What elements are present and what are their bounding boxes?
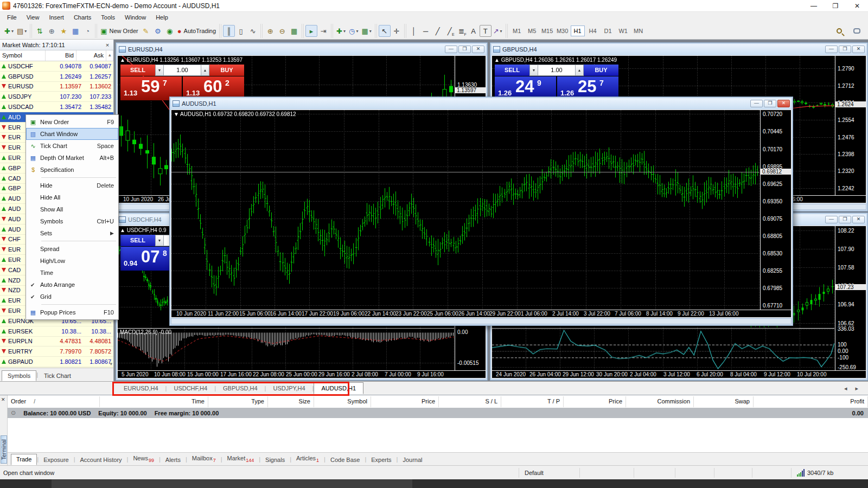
window-close-button[interactable]: ✕ <box>777 100 790 107</box>
context-menu-item-auto-arrange[interactable]: ✔Auto Arrange <box>26 279 118 291</box>
tile-windows-icon[interactable]: ▦ <box>288 25 300 37</box>
new-order-icon[interactable]: ▣New Order <box>99 25 139 37</box>
chart-tab-eurusd-h4[interactable]: EURUSD,H4 <box>117 383 165 394</box>
period-m5-button[interactable]: M5 <box>525 25 539 36</box>
terminal-column-symbol[interactable]: Symbol <box>314 396 371 407</box>
market-watch-close-icon[interactable]: × <box>104 42 111 48</box>
search-icon[interactable] <box>833 25 845 37</box>
period-m30-button[interactable]: M30 <box>556 25 570 36</box>
terminal-column-size[interactable]: Size <box>268 396 314 407</box>
tab-scroll-arrows[interactable]: ◂ ▸ <box>844 385 868 392</box>
terminal-tab-signals[interactable]: Signals <box>260 455 290 465</box>
minimize-button[interactable]: — <box>803 0 825 12</box>
chat-icon[interactable] <box>851 25 863 37</box>
menu-window[interactable]: Window <box>120 13 151 22</box>
terminal-column-order[interactable]: Order/ <box>8 396 100 407</box>
terminal-tab-journal[interactable]: Journal <box>398 455 427 465</box>
terminal-tab-exposure[interactable]: Exposure <box>39 455 73 465</box>
chart-canvas[interactable] <box>171 110 760 310</box>
indicators-icon[interactable]: ✚▾ <box>335 25 347 37</box>
menu-tools[interactable]: Tools <box>96 13 120 22</box>
data-window-icon[interactable]: ⊕ <box>46 25 58 37</box>
chart-tab-audusd-h1[interactable]: AUDUSD,H1 <box>314 382 363 394</box>
new-chart-icon[interactable]: ✚▾ <box>3 25 15 37</box>
context-menu-item-show-all[interactable]: Show All <box>26 203 118 215</box>
context-menu-item-grid[interactable]: ✔Grid <box>26 291 118 303</box>
market-watch-row[interactable]: USDJPY107.230107.233 <box>0 92 113 102</box>
terminal-tab-code-base[interactable]: Code Base <box>326 455 365 465</box>
periods-icon[interactable]: ◷▾ <box>347 25 360 37</box>
context-menu-item-new-order[interactable]: ▣New OrderF9 <box>26 116 118 128</box>
experts-icon[interactable]: ⚙ <box>152 25 164 37</box>
signals-icon[interactable]: ◉ <box>164 25 176 37</box>
candlestick-chart-icon[interactable]: ▯ <box>235 25 247 37</box>
context-menu-item-hide-all[interactable]: Hide All <box>26 191 118 203</box>
buy-button[interactable]: BUY <box>209 65 244 76</box>
volume-up-stepper[interactable]: ▲ <box>575 65 584 76</box>
terminal-column-type[interactable]: Type <box>208 396 268 407</box>
window-minimize-button[interactable]: — <box>825 46 838 53</box>
trendline-icon[interactable]: ╱ <box>432 25 444 37</box>
chart-shift-icon[interactable]: ⇥ <box>317 25 329 37</box>
sell-button[interactable]: SELL <box>120 235 155 246</box>
terminal-tab-account-history[interactable]: Account History <box>75 455 127 465</box>
market-watch-icon[interactable]: ⇅ <box>34 25 46 37</box>
window-audusd-h1[interactable]: AUDUSD,H1 — ❐ ✕ 0.707200.704450.701700.6… <box>169 97 793 326</box>
volume-down-stepper[interactable]: ▼ <box>155 235 164 246</box>
terminal-icon[interactable]: ▦ <box>69 25 81 37</box>
period-m1-button[interactable]: M1 <box>510 25 524 36</box>
terminal-tab-news[interactable]: News99 <box>128 453 159 465</box>
context-menu-item-symbols[interactable]: SymbolsCtrl+U <box>26 215 118 227</box>
market-watch-row[interactable]: GBPUSD1.262491.26257 <box>0 72 113 82</box>
zoom-out-icon[interactable]: ⊖ <box>276 25 288 37</box>
navigator-icon[interactable]: ★ <box>58 25 69 37</box>
menu-file[interactable]: File <box>2 13 22 22</box>
context-menu-item-specification[interactable]: $Specification <box>26 164 118 176</box>
window-close-button[interactable]: ✕ <box>472 46 484 53</box>
volume-up-stepper[interactable]: ▲ <box>201 65 209 76</box>
window-minimize-button[interactable]: — <box>750 100 763 107</box>
fibonacci-icon[interactable]: ≣F <box>456 25 468 37</box>
context-menu-item-chart-window[interactable]: ▥Chart Window <box>26 128 118 140</box>
period-m15-button[interactable]: M15 <box>540 25 554 36</box>
close-button[interactable]: ✕ <box>846 0 868 12</box>
vertical-line-icon[interactable]: │ <box>408 25 420 37</box>
period-h1-button[interactable]: H1 <box>571 25 585 36</box>
chart-area-audusd[interactable]: 0.707200.704450.701700.698950.696250.693… <box>171 110 792 318</box>
scroll-up-icon[interactable]: ▴ <box>106 50 113 61</box>
window-titlebar[interactable]: EURUSD,H4 — ❐ ✕ <box>117 44 486 55</box>
terminal-column-sl[interactable]: S / L <box>439 396 501 407</box>
column-symbol[interactable]: Symbol <box>0 50 46 61</box>
terminal-tab-market[interactable]: Market144 <box>222 453 259 465</box>
arrows-icon[interactable]: ↗▾ <box>492 25 504 37</box>
templates-icon[interactable]: ▦▾ <box>360 25 373 37</box>
window-titlebar[interactable]: GBPUSD,H4 — ❐ ✕ <box>492 44 866 55</box>
zoom-in-icon[interactable]: ⊕ <box>264 25 276 37</box>
menu-view[interactable]: View <box>22 13 44 22</box>
terminal-column-price[interactable]: Price <box>564 396 626 407</box>
terminal-column-profit[interactable]: Profit <box>754 396 868 407</box>
status-profile[interactable]: Default <box>519 468 579 478</box>
market-watch-row[interactable]: EURSEK10.38...10.38... <box>0 326 113 337</box>
strategy-tester-icon[interactable]: ◔ <box>81 25 93 37</box>
volume-field[interactable]: 1.00 <box>538 65 575 76</box>
column-ask[interactable]: Ask <box>76 50 106 61</box>
context-menu-item-tick-chart[interactable]: ∿Tick ChartSpace <box>26 140 118 152</box>
context-menu-item-high/low[interactable]: High/Low <box>26 255 118 267</box>
context-menu-item-popup-prices[interactable]: ▦Popup PricesF10 <box>26 306 118 318</box>
period-h4-button[interactable]: H4 <box>586 25 600 36</box>
column-bid[interactable]: Bid <box>46 50 76 61</box>
crosshair-icon[interactable]: ✛ <box>391 25 403 37</box>
tab-tick-chart[interactable]: Tick Chart <box>38 370 77 381</box>
scroll-down-icon[interactable]: ▾ <box>110 361 112 367</box>
period-mn-button[interactable]: MN <box>631 25 646 36</box>
volume-down-stepper[interactable]: ▼ <box>529 65 538 76</box>
profiles-icon[interactable]: ▤▾ <box>15 25 28 37</box>
terminal-column-price[interactable]: Price <box>371 396 439 407</box>
window-restore-button[interactable]: ❐ <box>458 46 471 53</box>
terminal-tab-trade[interactable]: Trade <box>11 454 37 465</box>
period-d1-button[interactable]: D1 <box>601 25 615 36</box>
text-label-icon[interactable]: T <box>480 25 492 37</box>
market-watch-row[interactable]: GBPAUD1.808211.80867 <box>0 357 113 367</box>
sell-button[interactable]: SELL <box>495 65 529 76</box>
